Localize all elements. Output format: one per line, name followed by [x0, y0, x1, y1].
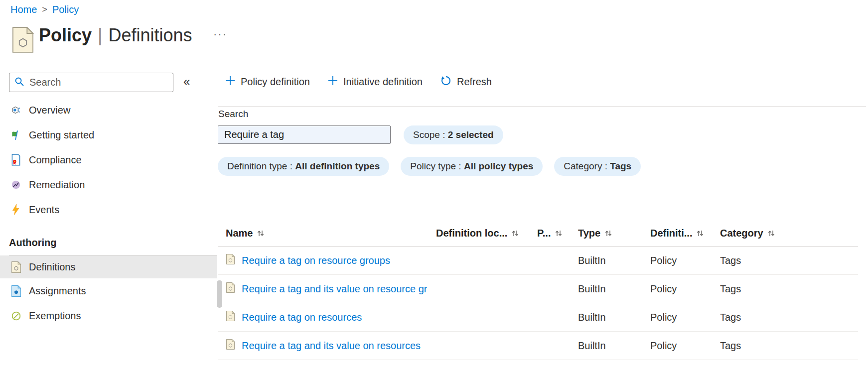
sidebar-item-exemptions[interactable]: Exemptions	[0, 303, 217, 328]
button-label: Initiative definition	[343, 76, 423, 88]
page-title-secondary: Definitions	[108, 25, 192, 46]
definitions-table: Name Definition loc... P... Type Definit…	[218, 221, 858, 360]
breadcrumb: Home > Policy	[10, 4, 79, 15]
exemptions-icon	[10, 310, 22, 322]
sort-icon	[767, 229, 775, 238]
definition-type-cell: Policy	[650, 340, 720, 352]
compliance-icon	[10, 154, 22, 166]
type-cell: BuiltIn	[578, 340, 650, 352]
search-field-label: Search	[218, 109, 248, 120]
initiative-definition-button[interactable]: Initiative definition	[328, 76, 423, 88]
category-filter-pill[interactable]: Category : Tags	[554, 157, 641, 176]
scrollbar-thumb[interactable]	[217, 280, 222, 308]
refresh-button[interactable]: Refresh	[440, 75, 492, 89]
table-row: Require a tag on resources BuiltIn Polic…	[218, 303, 858, 332]
definition-type-cell: Policy	[650, 283, 720, 295]
category-cell: Tags	[720, 312, 858, 323]
sidebar-item-label: Remediation	[29, 179, 85, 191]
plus-icon	[328, 76, 338, 88]
page-title-primary: Policy	[39, 25, 92, 46]
column-header-definition-type[interactable]: Definiti...	[650, 228, 720, 239]
sidebar-menu: Overview Getting started	[0, 98, 217, 328]
policy-page-icon	[11, 27, 35, 55]
sidebar-search-input[interactable]	[29, 77, 168, 88]
breadcrumb-home-link[interactable]: Home	[10, 4, 37, 15]
definition-link[interactable]: Require a tag on resource groups	[242, 255, 390, 266]
sidebar-item-overview[interactable]: Overview	[0, 98, 217, 123]
sort-icon	[604, 229, 612, 238]
category-cell: Tags	[720, 255, 858, 266]
column-label: Name	[226, 228, 253, 239]
column-header-category[interactable]: Category	[720, 228, 858, 239]
column-label: Definition loc...	[436, 228, 507, 239]
policy-type-filter-pill[interactable]: Policy type : All policy types	[401, 157, 543, 176]
table-row: Require a tag and its value on resources…	[218, 332, 858, 360]
pill-separator: :	[456, 161, 464, 172]
sidebar-item-label: Getting started	[29, 129, 94, 141]
definition-type-cell: Policy	[650, 312, 720, 323]
pill-separator: :	[602, 161, 610, 172]
more-options-icon[interactable]: ···	[213, 28, 227, 41]
pill-value: All definition types	[295, 161, 380, 172]
page-title-separator: |	[98, 25, 102, 46]
column-header-type[interactable]: Type	[578, 228, 650, 239]
table-row: Require a tag and its value on resource …	[218, 275, 858, 303]
filter-pill-row: Definition type : All definition types P…	[218, 157, 641, 176]
definition-type-cell: Policy	[650, 255, 720, 266]
sidebar-item-label: Compliance	[29, 154, 82, 166]
sort-icon	[696, 229, 704, 238]
command-bar: Policy definition Initiative definition …	[225, 71, 492, 93]
definition-link[interactable]: Require a tag on resources	[242, 312, 362, 323]
type-cell: BuiltIn	[578, 255, 650, 266]
pill-label: Policy type	[410, 161, 456, 172]
breadcrumb-policy-link[interactable]: Policy	[52, 4, 79, 15]
pill-value: Tags	[610, 161, 631, 172]
pill-label: Category	[564, 161, 602, 172]
getting-started-icon	[10, 129, 22, 141]
definitions-icon	[10, 261, 22, 273]
definitions-search-input[interactable]	[218, 125, 391, 144]
policy-definition-button[interactable]: Policy definition	[225, 76, 310, 88]
policy-definitions-page: Home > Policy Policy | Definitions ··· «	[0, 0, 868, 370]
page-title: Policy | Definitions	[39, 25, 192, 46]
sidebar-item-definitions[interactable]: Definitions	[0, 255, 217, 278]
remediation-icon	[10, 179, 22, 191]
sidebar-item-label: Assignments	[29, 285, 86, 297]
sidebar-item-events[interactable]: Events	[0, 197, 217, 222]
policy-row-icon	[226, 311, 235, 324]
pill-separator: :	[287, 161, 295, 172]
sidebar-item-getting-started[interactable]: Getting started	[0, 123, 217, 147]
column-label: P...	[537, 228, 551, 239]
column-header-p[interactable]: P...	[537, 228, 578, 239]
category-cell: Tags	[720, 340, 858, 352]
column-label: Category	[720, 228, 763, 239]
table-row: Require a tag on resource groups BuiltIn…	[218, 247, 858, 275]
sidebar-item-remediation[interactable]: Remediation	[0, 172, 217, 197]
sort-icon	[555, 229, 563, 238]
pill-value: 2 selected	[448, 129, 494, 140]
type-cell: BuiltIn	[578, 312, 650, 323]
sidebar-section-authoring: Authoring	[0, 230, 217, 255]
sidebar-item-assignments[interactable]: Assignments	[0, 278, 217, 303]
column-label: Definiti...	[650, 228, 692, 239]
button-label: Refresh	[457, 76, 492, 88]
policy-row-icon	[226, 282, 235, 295]
sidebar-item-compliance[interactable]: Compliance	[0, 147, 217, 172]
column-header-definition-location[interactable]: Definition loc...	[436, 228, 537, 239]
assignments-icon	[10, 285, 22, 297]
column-header-name[interactable]: Name	[218, 228, 436, 239]
events-icon	[10, 204, 22, 216]
scope-filter-pill[interactable]: Scope : 2 selected	[404, 125, 503, 144]
column-label: Type	[578, 228, 600, 239]
sidebar-search-box[interactable]	[9, 73, 173, 92]
type-cell: BuiltIn	[578, 283, 650, 295]
search-icon	[14, 77, 24, 89]
pill-label: Scope	[413, 129, 440, 140]
definition-link[interactable]: Require a tag and its value on resources	[242, 340, 421, 352]
policy-row-icon	[226, 339, 235, 352]
collapse-sidebar-icon[interactable]: «	[183, 75, 190, 89]
definition-type-filter-pill[interactable]: Definition type : All definition types	[218, 157, 389, 176]
definition-link[interactable]: Require a tag and its value on resource …	[242, 283, 427, 295]
sidebar-item-label: Overview	[29, 105, 70, 116]
plus-icon	[225, 76, 235, 88]
